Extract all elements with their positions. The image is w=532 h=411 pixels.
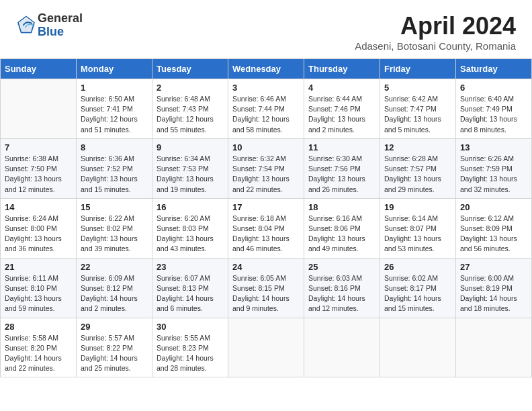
day-info: Sunrise: 6:05 AMSunset: 8:15 PMDaylight:… (232, 273, 300, 314)
day-info: Sunrise: 6:30 AMSunset: 7:56 PMDaylight:… (308, 154, 375, 195)
calendar-cell: 17Sunrise: 6:18 AMSunset: 8:04 PMDayligh… (228, 198, 304, 258)
day-number: 3 (232, 83, 300, 93)
day-number: 17 (232, 202, 300, 212)
day-info: Sunrise: 6:38 AMSunset: 7:50 PMDaylight:… (5, 154, 72, 195)
calendar-cell: 2Sunrise: 6:48 AMSunset: 7:43 PMDaylight… (152, 79, 228, 139)
day-info: Sunrise: 6:44 AMSunset: 7:46 PMDaylight:… (308, 94, 375, 135)
calendar-cell: 23Sunrise: 6:07 AMSunset: 8:13 PMDayligh… (152, 258, 228, 318)
day-number: 25 (308, 262, 375, 272)
day-info: Sunrise: 6:24 AMSunset: 8:00 PMDaylight:… (5, 214, 72, 255)
day-info: Sunrise: 6:16 AMSunset: 8:06 PMDaylight:… (308, 214, 375, 255)
logo-text: General Blue (38, 12, 83, 39)
calendar-cell (456, 318, 532, 377)
calendar-cell: 6Sunrise: 6:40 AMSunset: 7:49 PMDaylight… (456, 79, 532, 139)
calendar-cell: 13Sunrise: 6:26 AMSunset: 7:59 PMDayligh… (456, 138, 532, 198)
calendar-table: SundayMondayTuesdayWednesdayThursdayFrid… (0, 58, 532, 377)
day-info: Sunrise: 6:34 AMSunset: 7:53 PMDaylight:… (157, 154, 224, 195)
weekday-header-row: SundayMondayTuesdayWednesdayThursdayFrid… (1, 59, 532, 79)
calendar-cell (1, 79, 77, 139)
day-number: 9 (157, 142, 224, 152)
calendar-week-row: 28Sunrise: 5:58 AMSunset: 8:20 PMDayligh… (1, 318, 532, 377)
calendar-cell: 25Sunrise: 6:03 AMSunset: 8:16 PMDayligh… (304, 258, 380, 318)
calendar-cell: 9Sunrise: 6:34 AMSunset: 7:53 PMDaylight… (152, 138, 228, 198)
calendar-cell: 19Sunrise: 6:14 AMSunset: 8:07 PMDayligh… (380, 198, 456, 258)
day-number: 26 (384, 262, 451, 272)
day-number: 6 (460, 83, 527, 93)
day-number: 13 (460, 142, 527, 152)
day-number: 12 (384, 142, 451, 152)
month-title: April 2024 (355, 12, 516, 40)
day-info: Sunrise: 6:18 AMSunset: 8:04 PMDaylight:… (232, 214, 300, 255)
day-number: 2 (157, 83, 224, 93)
day-number: 28 (5, 322, 72, 332)
title-area: April 2024 Adaseni, Botosani County, Rom… (355, 12, 516, 52)
calendar-cell: 5Sunrise: 6:42 AMSunset: 7:47 PMDaylight… (380, 79, 456, 139)
weekday-header-sunday: Sunday (1, 59, 77, 79)
day-number: 15 (81, 202, 148, 212)
day-number: 29 (81, 322, 148, 332)
calendar-cell (304, 318, 380, 377)
calendar-cell: 3Sunrise: 6:46 AMSunset: 7:44 PMDaylight… (228, 79, 304, 139)
day-number: 4 (308, 83, 375, 93)
day-info: Sunrise: 6:28 AMSunset: 7:57 PMDaylight:… (384, 154, 451, 195)
day-number: 10 (232, 142, 300, 152)
day-info: Sunrise: 6:36 AMSunset: 7:52 PMDaylight:… (81, 154, 148, 195)
weekday-header-wednesday: Wednesday (228, 59, 304, 79)
weekday-header-thursday: Thursday (304, 59, 380, 79)
day-info: Sunrise: 6:03 AMSunset: 8:16 PMDaylight:… (308, 273, 375, 314)
day-number: 24 (232, 262, 300, 272)
calendar-cell: 8Sunrise: 6:36 AMSunset: 7:52 PMDaylight… (77, 138, 152, 198)
calendar-cell: 22Sunrise: 6:09 AMSunset: 8:12 PMDayligh… (77, 258, 152, 318)
day-info: Sunrise: 6:07 AMSunset: 8:13 PMDaylight:… (157, 273, 224, 314)
calendar-cell: 21Sunrise: 6:11 AMSunset: 8:10 PMDayligh… (1, 258, 77, 318)
calendar-week-row: 14Sunrise: 6:24 AMSunset: 8:00 PMDayligh… (1, 198, 532, 258)
day-number: 20 (460, 202, 527, 212)
location-title: Adaseni, Botosani County, Romania (355, 40, 516, 52)
calendar-cell: 28Sunrise: 5:58 AMSunset: 8:20 PMDayligh… (1, 318, 77, 377)
calendar-cell: 14Sunrise: 6:24 AMSunset: 8:00 PMDayligh… (1, 198, 77, 258)
day-number: 7 (5, 142, 72, 152)
day-info: Sunrise: 6:32 AMSunset: 7:54 PMDaylight:… (232, 154, 300, 195)
day-info: Sunrise: 6:26 AMSunset: 7:59 PMDaylight:… (460, 154, 527, 195)
calendar-cell: 16Sunrise: 6:20 AMSunset: 8:03 PMDayligh… (152, 198, 228, 258)
day-number: 5 (384, 83, 451, 93)
weekday-header-monday: Monday (77, 59, 152, 79)
day-number: 19 (384, 202, 451, 212)
calendar-cell: 15Sunrise: 6:22 AMSunset: 8:02 PMDayligh… (77, 198, 152, 258)
calendar-cell: 12Sunrise: 6:28 AMSunset: 7:57 PMDayligh… (380, 138, 456, 198)
day-info: Sunrise: 6:48 AMSunset: 7:43 PMDaylight:… (157, 94, 224, 135)
day-info: Sunrise: 6:02 AMSunset: 8:17 PMDaylight:… (384, 273, 451, 314)
day-info: Sunrise: 6:42 AMSunset: 7:47 PMDaylight:… (384, 94, 451, 135)
calendar-cell: 30Sunrise: 5:55 AMSunset: 8:23 PMDayligh… (152, 318, 228, 377)
calendar-cell: 27Sunrise: 6:00 AMSunset: 8:19 PMDayligh… (456, 258, 532, 318)
day-info: Sunrise: 6:12 AMSunset: 8:09 PMDaylight:… (460, 214, 527, 255)
calendar-cell (380, 318, 456, 377)
day-number: 11 (308, 142, 375, 152)
logo: General Blue (16, 12, 83, 39)
day-info: Sunrise: 5:55 AMSunset: 8:23 PMDaylight:… (157, 333, 224, 374)
page-header: General Blue April 2024 Adaseni, Botosan… (0, 0, 532, 58)
day-number: 18 (308, 202, 375, 212)
day-number: 30 (157, 322, 224, 332)
day-info: Sunrise: 6:11 AMSunset: 8:10 PMDaylight:… (5, 273, 72, 314)
logo-blue: Blue (38, 26, 83, 39)
logo-general: General (38, 12, 83, 26)
calendar-week-row: 7Sunrise: 6:38 AMSunset: 7:50 PMDaylight… (1, 138, 532, 198)
calendar-cell: 11Sunrise: 6:30 AMSunset: 7:56 PMDayligh… (304, 138, 380, 198)
day-info: Sunrise: 6:00 AMSunset: 8:19 PMDaylight:… (460, 273, 527, 314)
day-info: Sunrise: 6:09 AMSunset: 8:12 PMDaylight:… (81, 273, 148, 314)
calendar-cell: 1Sunrise: 6:50 AMSunset: 7:41 PMDaylight… (77, 79, 152, 139)
calendar-cell: 4Sunrise: 6:44 AMSunset: 7:46 PMDaylight… (304, 79, 380, 139)
day-info: Sunrise: 6:20 AMSunset: 8:03 PMDaylight:… (157, 214, 224, 255)
day-info: Sunrise: 6:46 AMSunset: 7:44 PMDaylight:… (232, 94, 300, 135)
calendar-cell: 26Sunrise: 6:02 AMSunset: 8:17 PMDayligh… (380, 258, 456, 318)
calendar-week-row: 1Sunrise: 6:50 AMSunset: 7:41 PMDaylight… (1, 79, 532, 139)
day-number: 27 (460, 262, 527, 272)
weekday-header-tuesday: Tuesday (152, 59, 228, 79)
logo-icon (16, 15, 36, 36)
calendar-cell: 29Sunrise: 5:57 AMSunset: 8:22 PMDayligh… (77, 318, 152, 377)
weekday-header-saturday: Saturday (456, 59, 532, 79)
day-number: 16 (157, 202, 224, 212)
calendar-cell: 20Sunrise: 6:12 AMSunset: 8:09 PMDayligh… (456, 198, 532, 258)
day-info: Sunrise: 5:58 AMSunset: 8:20 PMDaylight:… (5, 333, 72, 374)
